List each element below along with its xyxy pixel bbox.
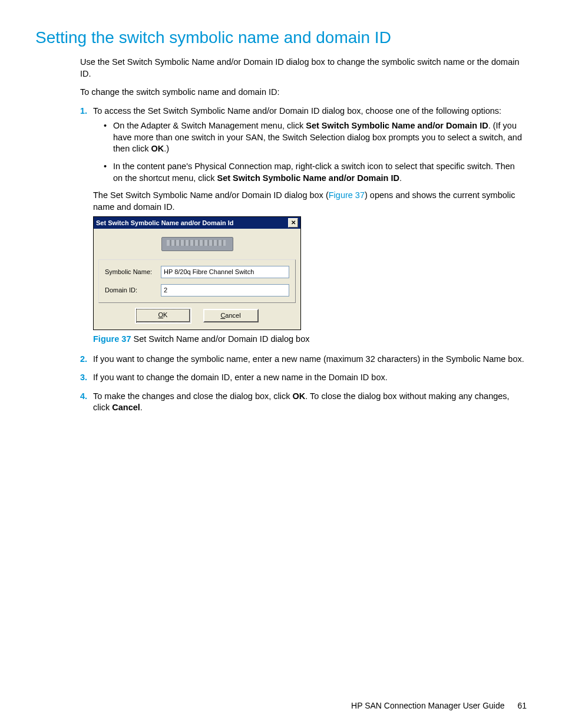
bold-text: OK — [151, 144, 164, 153]
domain-id-label: Domain ID: — [105, 286, 161, 295]
step-1-bullet-1: On the Adapter & Switch Management menu,… — [93, 120, 527, 155]
page-footer: HP SAN Connection Manager User Guide 61 — [351, 701, 527, 710]
symbolic-name-label: Symbolic Name: — [105, 268, 161, 276]
dialog-title: Set Switch Symbolic Name and/or Domain I… — [96, 219, 234, 228]
figure-caption-text: Set Switch Name and/or Domain ID dialog … — [131, 334, 309, 344]
step-1-lead: To access the Set Switch Symbolic Name a… — [93, 106, 501, 116]
dialog-set-switch-name: Set Switch Symbolic Name and/or Domain I… — [93, 216, 301, 330]
text: .) — [164, 144, 169, 153]
text: To make the changes and close the dialog… — [93, 391, 293, 401]
figure-label: Figure 37 — [93, 334, 131, 344]
step-number: 4. — [80, 391, 87, 403]
ok-button[interactable]: OK — [136, 309, 190, 322]
figure-caption: Figure 37 Set Switch Name and/or Domain … — [93, 334, 527, 345]
domain-id-field[interactable]: 2 — [161, 284, 289, 297]
dialog-device-image — [94, 229, 300, 259]
step-4: 4. To make the changes and close the dia… — [80, 391, 527, 414]
intro-lead: To change the switch symbolic name and d… — [80, 87, 527, 98]
close-icon[interactable]: ✕ — [288, 218, 298, 228]
page-number: 61 — [517, 701, 527, 710]
footer-doc-title: HP SAN Connection Manager User Guide — [351, 701, 504, 710]
text: The Set Switch Symbolic Name and/or Doma… — [93, 190, 329, 200]
step-number: 3. — [80, 372, 87, 384]
page-heading: Setting the switch symbolic name and dom… — [35, 28, 527, 47]
switch-device-icon — [161, 237, 233, 251]
text: . — [399, 173, 402, 183]
step-1-bullet-2: In the content pane's Physical Connectio… — [93, 161, 527, 184]
step-3-text: If you want to change the domain ID, ent… — [93, 373, 388, 382]
cancel-button[interactable]: Cancel — [203, 309, 259, 322]
dialog-titlebar: Set Switch Symbolic Name and/or Domain I… — [94, 217, 300, 229]
figure-link[interactable]: Figure 37 — [329, 190, 365, 200]
step-number: 2. — [80, 354, 87, 365]
text: On the Adapter & Switch Management menu,… — [113, 121, 306, 130]
step-1-result: The Set Switch Symbolic Name and/or Doma… — [93, 190, 527, 213]
step-2-text: If you want to change the symbolic name,… — [93, 354, 524, 364]
text: K — [163, 311, 167, 318]
text: . — [140, 403, 143, 412]
step-2: 2. If you want to change the symbolic na… — [80, 354, 527, 365]
intro-paragraph: Use the Set Switch Symbolic Name and/or … — [80, 57, 527, 80]
step-1: 1. To access the Set Switch Symbolic Nam… — [80, 106, 527, 345]
bold-text: Set Switch Symbolic Name and/or Domain I… — [217, 173, 399, 183]
text: ancel — [225, 312, 240, 319]
mnemonic: O — [158, 311, 164, 318]
bold-text: Cancel — [112, 403, 140, 412]
bold-text: OK — [293, 391, 306, 401]
symbolic-name-field[interactable]: HP 8/20q Fibre Channel Switch — [161, 266, 289, 278]
dialog-form-panel: Symbolic Name: HP 8/20q Fibre Channel Sw… — [98, 259, 296, 303]
step-3: 3. If you want to change the domain ID, … — [80, 372, 527, 384]
step-number: 1. — [80, 106, 87, 117]
bold-text: Set Switch Symbolic Name and/or Domain I… — [306, 121, 488, 130]
